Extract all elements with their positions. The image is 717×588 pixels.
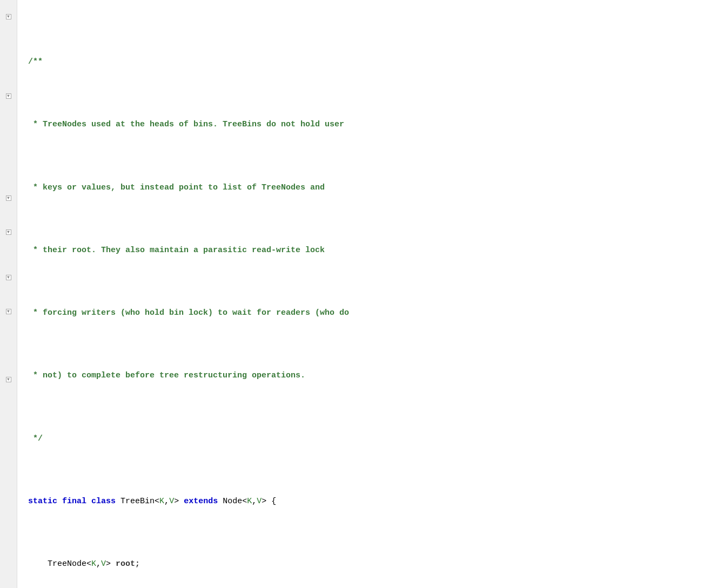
gutter-space-3 xyxy=(5,46,12,56)
gutter-space-18 xyxy=(5,250,12,260)
generic-v: V xyxy=(169,497,174,506)
gutter-space-14 xyxy=(5,182,12,192)
line-2: * TreeNodes used at the heads of bins. T… xyxy=(28,118,717,131)
kw-extends: extends xyxy=(184,497,218,506)
comment-2: * TreeNodes used at the heads of bins. T… xyxy=(28,120,344,129)
fold-marker-2[interactable]: ▼ xyxy=(5,91,12,101)
fold-marker-1[interactable]: ▼ xyxy=(5,12,12,22)
comment-close-1: */ xyxy=(28,434,43,443)
gutter-space-27 xyxy=(5,386,12,396)
gutter-space-2 xyxy=(5,35,12,44)
line-9: TreeNode<K,V> root; xyxy=(28,558,717,570)
fold-marker-5[interactable]: ▼ xyxy=(5,273,12,282)
generic-k2: K xyxy=(247,497,252,506)
code-area: /** * TreeNodes used at the heads of bin… xyxy=(17,0,717,588)
gutter-space-12 xyxy=(5,159,12,169)
gutter-space-10 xyxy=(5,137,12,146)
gutter-space-13 xyxy=(5,171,12,180)
gutter-space-19 xyxy=(5,261,12,271)
gutter-space-26 xyxy=(5,363,12,373)
gutter-space-1 xyxy=(5,23,12,33)
line-5: * forcing writers (who hold bin lock) to… xyxy=(28,307,717,319)
line-1: /** xyxy=(28,56,717,68)
fold-marker-6[interactable]: ▼ xyxy=(5,307,12,316)
gutter-space-9 xyxy=(5,125,12,135)
gutter-space-17 xyxy=(5,239,12,248)
gutter-space-6 xyxy=(5,80,12,90)
line-6: * not) to complete before tree restructu… xyxy=(28,369,717,382)
gutter: ▼ ▼ ▼ ▼ ▼ ▼ ▼ xyxy=(0,0,17,588)
gutter-space-4 xyxy=(5,57,12,67)
generic-v2: V xyxy=(257,497,262,506)
field-root: root xyxy=(116,559,135,569)
gutter-space-24 xyxy=(5,341,12,350)
comment-5: * forcing writers (who hold bin lock) to… xyxy=(28,308,349,317)
kw-final: final xyxy=(62,497,86,506)
gutter-space-21 xyxy=(5,295,12,305)
gutter-space-16 xyxy=(5,216,12,226)
gutter-space-7 xyxy=(5,103,12,112)
gutter-space-22 xyxy=(5,318,12,328)
gutter-space-5 xyxy=(5,69,12,78)
line-7: */ xyxy=(28,432,717,445)
line-4: * their root. They also maintain a paras… xyxy=(28,244,717,256)
gutter-space-25 xyxy=(5,352,12,362)
fold-marker-7[interactable]: ▼ xyxy=(5,375,12,384)
comment-6: * not) to complete before tree restructu… xyxy=(28,371,305,380)
comment-3: * keys or values, but instead point to l… xyxy=(28,183,325,192)
fold-marker-4[interactable]: ▼ xyxy=(5,227,12,237)
generic-k3: K xyxy=(91,559,96,569)
kw-class: class xyxy=(91,497,116,506)
gutter-space-15 xyxy=(5,205,12,214)
gutter-space-23 xyxy=(5,329,12,339)
kw-static: static xyxy=(28,497,57,506)
generic-v3: V xyxy=(101,559,106,569)
generic-k: K xyxy=(159,497,164,506)
line-8: static final class TreeBin<K,V> extends … xyxy=(28,495,717,508)
editor-container: ▼ ▼ ▼ ▼ ▼ ▼ ▼ /** xyxy=(0,0,717,588)
gutter-space-11 xyxy=(5,148,12,158)
line-3: * keys or values, but instead point to l… xyxy=(28,181,717,194)
gutter-space-8 xyxy=(5,114,12,124)
gutter-space-20 xyxy=(5,284,12,294)
fold-marker-3[interactable]: ▼ xyxy=(5,193,12,203)
comment-open-1: /** xyxy=(28,57,43,66)
comment-4: * their root. They also maintain a paras… xyxy=(28,246,325,255)
